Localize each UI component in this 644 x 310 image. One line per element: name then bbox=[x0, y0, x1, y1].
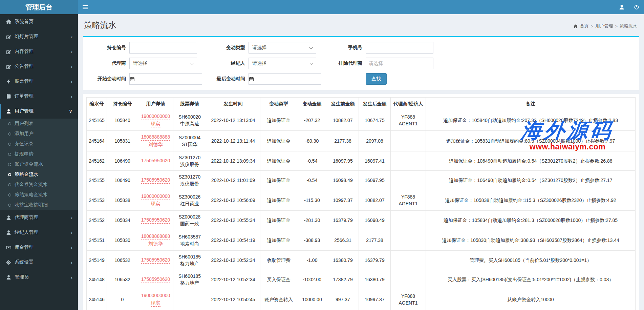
sidebar-item[interactable]: 内容管理 ‹ bbox=[0, 44, 78, 59]
broker-select[interactable]: 请选择 bbox=[249, 58, 316, 69]
submenu-item-label: 冻结策略金流水 bbox=[15, 192, 48, 198]
sidebar-item[interactable]: 系统设置 ‹ bbox=[0, 255, 78, 270]
breadcrumb-separator: > bbox=[615, 24, 618, 29]
chevron-left-icon: ‹ bbox=[71, 94, 78, 99]
menu-icon bbox=[5, 230, 12, 235]
user-name-link[interactable]: 现实 bbox=[151, 201, 160, 207]
flow-id-cell: 245162 bbox=[87, 151, 107, 171]
exclude-agent-input[interactable] bbox=[366, 58, 433, 69]
position-no-cell: 105831 bbox=[107, 131, 138, 151]
submenu-item[interactable]: 添加用户 bbox=[0, 129, 78, 139]
submenu-item[interactable]: 代金券资金流水 bbox=[0, 180, 78, 190]
time-cell: 2022-10-12 13:09:34 bbox=[206, 151, 260, 171]
flow-id-cell: 245155 bbox=[87, 171, 107, 190]
submenu-item[interactable]: 提现申请 bbox=[0, 149, 78, 159]
sidebar-item-label: 佣金管理 bbox=[15, 244, 34, 250]
select-caret-icon bbox=[190, 61, 194, 65]
change-type-select[interactable]: 请选择 bbox=[249, 42, 316, 54]
user-phone-link[interactable]: 19000000000 bbox=[141, 113, 170, 120]
sidebar-toggle-icon[interactable] bbox=[78, 0, 93, 14]
user-name-link[interactable]: 现实 bbox=[151, 300, 160, 307]
user-phone-link[interactable]: 17505950620 bbox=[141, 177, 170, 184]
sidebar-item[interactable]: 代理商管理 ‹ bbox=[0, 210, 78, 225]
amount-cell: -115.30 bbox=[297, 190, 327, 211]
sidebar-item[interactable]: 系统首页 bbox=[0, 14, 78, 29]
user-detail-cell: 18088888888 刘德华 bbox=[138, 230, 173, 251]
circle-icon bbox=[8, 173, 11, 176]
user-phone-link[interactable]: 19000000000 bbox=[141, 292, 170, 299]
submenu-item[interactable]: 用户列表 bbox=[0, 119, 78, 129]
agent-selected-value: 请选择 bbox=[133, 60, 147, 66]
sidebar-item[interactable]: 股票管理 ‹ bbox=[0, 74, 78, 89]
sidebar-item[interactable]: 幻灯片管理 ‹ bbox=[0, 29, 78, 44]
chevron-left-icon: ‹ bbox=[71, 215, 78, 221]
app-logo[interactable]: 管理后台 bbox=[0, 0, 78, 14]
user-detail-cell: 17505950620 bbox=[138, 171, 173, 190]
sidebar-item[interactable]: 订单管理 ‹ bbox=[0, 89, 78, 104]
amount-cell: -281.30 bbox=[297, 211, 327, 230]
stock-name: 汉仪股份 bbox=[175, 180, 205, 187]
end-time-input[interactable] bbox=[254, 73, 321, 85]
user-phone-link[interactable]: 19000000000 bbox=[141, 193, 170, 200]
chevron-left-icon: ‹ bbox=[71, 79, 78, 84]
sidebar-item[interactable]: 公告管理 ‹ bbox=[0, 59, 78, 74]
start-time-input[interactable] bbox=[135, 73, 202, 85]
stock-name: ST国华 bbox=[175, 141, 205, 148]
position-no-input[interactable] bbox=[129, 42, 197, 54]
sidebar-item[interactable]: 管理员 ‹ bbox=[0, 270, 78, 285]
stock-detail-cell: SH600020 中原高速 bbox=[173, 110, 206, 131]
stock-code: SZ301270 bbox=[175, 154, 205, 161]
stock-code: SH600185 bbox=[175, 253, 205, 260]
column-header: 变动类型 bbox=[260, 98, 297, 110]
breadcrumb-current: 策略流水 bbox=[620, 23, 637, 29]
logout-power-icon[interactable] bbox=[629, 0, 644, 14]
sidebar-item[interactable]: 经纪人管理 ‹ bbox=[0, 225, 78, 240]
change-type-cell: 追加保证金 bbox=[260, 151, 297, 171]
submenu-item[interactable]: 冻结策略金流水 bbox=[0, 190, 78, 200]
table-row: 245165 105840 19000000000 现实 SH600020 中原… bbox=[87, 110, 636, 131]
user-name-link[interactable]: 现实 bbox=[151, 121, 160, 127]
menu-icon bbox=[5, 274, 12, 280]
user-phone-link[interactable]: 17505950620 bbox=[141, 158, 170, 164]
remark-cell: 管理费。买入SH600185（当前价5.01*股数200*0.001=1） bbox=[426, 251, 636, 270]
sidebar-item[interactable]: 佣金管理 ‹ bbox=[0, 240, 78, 255]
flow-id-cell: 245149 bbox=[87, 251, 107, 270]
submenu-item-label: 添加用户 bbox=[15, 131, 34, 137]
user-account-icon[interactable] bbox=[614, 0, 629, 14]
stock-detail-cell: SZ301270 汉仪股份 bbox=[173, 171, 206, 190]
user-name-link[interactable]: 刘德华 bbox=[149, 141, 163, 148]
stock-detail-cell: SZ000004 ST国华 bbox=[173, 131, 206, 151]
submenu-item[interactable]: 策略金流水 bbox=[0, 169, 78, 180]
phone-input[interactable] bbox=[366, 42, 433, 54]
breadcrumb-section[interactable]: 用户管理 bbox=[595, 23, 613, 29]
user-phone-link[interactable]: 17505950620 bbox=[141, 257, 170, 264]
agent-broker-cell bbox=[391, 151, 426, 171]
agent-name: YF888 bbox=[392, 113, 424, 120]
circle-icon bbox=[8, 122, 11, 125]
select-caret-icon bbox=[309, 61, 313, 65]
user-phone-link[interactable]: 18088888888 bbox=[141, 134, 170, 141]
user-detail-cell: 19000000000 现实 bbox=[138, 289, 173, 310]
change-type-cell: 追加保证金 bbox=[260, 190, 297, 211]
before-amount-cell: 997.37 bbox=[327, 289, 359, 310]
submenu-item[interactable]: 收益宝收益明细 bbox=[0, 200, 78, 210]
calendar-icon bbox=[129, 73, 135, 85]
circle-icon bbox=[8, 193, 11, 197]
submenu-item[interactable]: 充值记录 bbox=[0, 139, 78, 149]
user-phone-link[interactable]: 17505950620 bbox=[141, 276, 170, 283]
user-name-link[interactable]: 刘德华 bbox=[149, 241, 163, 247]
breadcrumb-home[interactable]: 首页 bbox=[580, 23, 589, 29]
remark-cell: 从账户资金转入10000 bbox=[426, 289, 636, 310]
stock-code: SH600020 bbox=[175, 113, 205, 120]
search-button[interactable]: 查找 bbox=[366, 73, 387, 85]
submenu-item[interactable]: 账户资金流水 bbox=[0, 159, 78, 169]
user-phone-link[interactable]: 18088888888 bbox=[141, 233, 170, 240]
stock-name: 格力地产 bbox=[175, 280, 205, 286]
sidebar-item-user-management[interactable]: 用户管理 ∨ bbox=[0, 104, 78, 119]
table-row: 245162 106490 17505950620 SZ301270 汉仪股份 … bbox=[87, 151, 636, 171]
agent-select[interactable]: 请选择 bbox=[129, 58, 197, 69]
user-phone-link[interactable]: 17505950620 bbox=[141, 217, 170, 224]
table-row: 245151 105830 18088888888 刘德华 SH603587 地… bbox=[87, 230, 636, 251]
time-cell: 2022-10-12 10:56:09 bbox=[206, 190, 260, 211]
flow-id-cell: 245152 bbox=[87, 211, 107, 230]
